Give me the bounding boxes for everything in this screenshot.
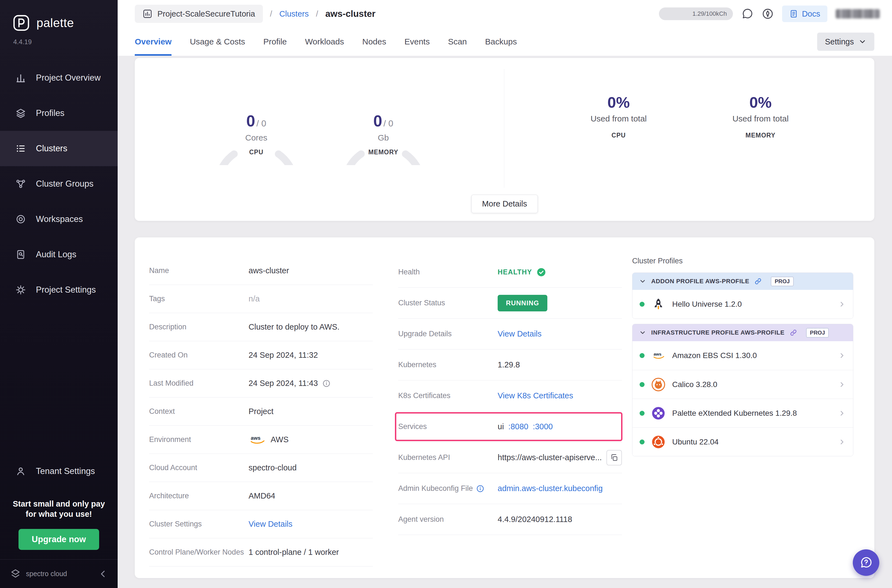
usage-quota-pill: 1.29/100kCh [659,8,733,20]
breadcrumb-separator: / [316,9,318,18]
detail-row-cloud-account: Cloud Account spectro-cloud [149,454,373,482]
chevron-right-icon [838,410,846,417]
detail-row-cluster-status: Cluster Status RUNNING [398,288,622,319]
settings-dropdown-button[interactable]: Settings [817,33,874,51]
sidebar-item-project-overview[interactable]: Project Overview [0,60,118,96]
sidebar-item-label: Workspaces [36,214,83,224]
status-dot [640,353,644,358]
upgrade-view-details-link[interactable]: View Details [498,329,542,339]
profile-item-palette-extended-kubernetes[interactable]: Palette eXtended Kubernetes 1.29.8 [632,399,853,428]
cpu-gauge: 0 / 0 Cores CPU [213,80,299,165]
breadcrumb-separator: / [270,9,272,18]
chat-icon[interactable] [741,8,753,20]
top-header: Project-ScaleSecureTutoria / Clusters / … [118,0,892,28]
help-chat-fab[interactable] [853,549,879,576]
sidebar-item-project-settings[interactable]: Project Settings [0,272,118,308]
copy-icon [610,453,618,462]
detail-row-description: Description Cluster to deploy to AWS. [149,313,373,341]
user-account-name-redacted[interactable] [836,9,880,18]
spectro-cloud-logo-icon [10,568,21,579]
sidebar-item-audit-logs[interactable]: Audit Logs [0,237,118,272]
tab-scan[interactable]: Scan [448,28,467,56]
detail-row-environment: Environment aws AWS [149,426,373,454]
info-icon[interactable] [322,379,330,388]
tab-overview[interactable]: Overview [135,28,171,56]
cluster-settings-view-details-link[interactable]: View Details [249,519,293,529]
detail-row-kubeconfig: Admin Kubeconfig File admin.aws-cluster.… [398,473,622,504]
detail-row-kubernetes-api: Kubernetes API https://aws-cluster-apise… [398,442,622,473]
detail-row-last-modified: Last Modified 24 Sep 2024, 11:43 [149,369,373,398]
cpu-gauge-unit: Cores [213,133,299,142]
cluster-groups-icon [15,178,26,189]
more-details-button[interactable]: More Details [472,195,538,213]
cpu-gauge-label: CPU [213,148,299,156]
info-icon[interactable] [476,484,484,493]
detail-row-nodes: Control Plane/Worker Nodes 1 control-pla… [149,538,373,567]
tab-backups[interactable]: Backups [485,28,517,56]
sidebar-item-cluster-groups[interactable]: Cluster Groups [0,166,118,201]
chevron-down-icon [858,38,866,46]
project-scope-badge: PROJ [806,328,829,338]
docs-label: Docs [802,9,820,18]
tenant-settings-icon [15,466,26,477]
brand-name: palette [36,16,74,30]
docs-button[interactable]: Docs [782,6,827,22]
sidebar-item-label: Cluster Groups [36,179,93,189]
tabs-row: Overview Usage & Costs Profile Workloads… [118,28,892,56]
link-icon[interactable] [790,329,797,336]
memory-gauge: 0 / 0 Gb MEMORY [341,80,426,165]
memory-gauge-label: MEMORY [341,148,426,156]
tab-workloads[interactable]: Workloads [305,28,344,56]
palette-logo-icon [12,14,30,32]
project-selector[interactable]: Project-ScaleSecureTutoria [135,5,263,23]
calico-icon [651,377,665,392]
addon-profile-group-header[interactable]: ADDON PROFILE AWS-PROFILE PROJ [632,273,853,290]
copy-api-url-button[interactable] [607,450,622,465]
memory-usage-label: MEMORY [732,132,788,139]
sidebar-item-workspaces[interactable]: Workspaces [0,201,118,237]
memory-usage-caption: Used from total [732,114,788,123]
breadcrumb-current-cluster: aws-cluster [325,9,375,19]
profile-item-hello-universe[interactable]: Hello Universe 1.2.0 [632,290,853,319]
footer-brand-label: spectro cloud [26,570,67,578]
tabs: Overview Usage & Costs Profile Workloads… [135,28,517,56]
memory-usage-stat: 0% Used from total MEMORY [732,93,788,221]
status-dot [640,382,644,387]
service-port-8080-link[interactable]: :8080 [508,422,529,431]
detail-row-cluster-settings: Cluster Settings View Details [149,510,373,538]
workspaces-icon [15,214,26,224]
profile-item-amazon-ebs-csi[interactable]: aws Amazon EBS CSI 1.30.0 [632,341,853,370]
sidebar-item-clusters[interactable]: Clusters [0,131,118,166]
view-k8s-certificates-link[interactable]: View K8s Certificates [498,391,573,400]
cluster-profiles-title: Cluster Profiles [632,257,853,265]
running-status-badge: RUNNING [498,295,547,311]
project-scope-badge: PROJ [771,277,793,286]
chevron-down-icon [639,329,646,336]
infrastructure-profile-group-header[interactable]: INFRASTRUCTURE PROFILE AWS-PROFILE PROJ [632,324,853,341]
detail-row-context: Context Project [149,398,373,426]
tab-nodes[interactable]: Nodes [362,28,386,56]
gauges-zone: 0 / 0 Cores CPU 0 / 0 [135,58,505,221]
tab-usage-costs[interactable]: Usage & Costs [190,28,245,56]
profile-item-ubuntu[interactable]: Ubuntu 22.04 [632,428,853,456]
cpu-usage-percent: 0% [590,93,646,111]
sidebar-item-tenant-settings[interactable]: Tenant Settings [0,453,118,489]
tab-events[interactable]: Events [404,28,430,56]
link-icon[interactable] [754,278,762,285]
detail-row-k8s-certificates: K8s Certificates View K8s Certificates [398,380,622,411]
service-port-3000-link[interactable]: :3000 [533,422,553,431]
tab-profile[interactable]: Profile [263,28,287,56]
breadcrumb-clusters-link[interactable]: Clusters [279,9,309,18]
status-dot [640,302,644,307]
kubeconfig-download-link[interactable]: admin.aws-cluster.kubeconfig [498,484,602,493]
collapse-sidebar-icon[interactable] [98,569,108,579]
memory-usage-percent: 0% [732,93,788,111]
profile-item-calico[interactable]: Calico 3.28.0 [632,370,853,399]
svg-text:aws: aws [251,435,260,441]
kubernetes-api-url: https://aws-cluster-apiserve... [498,453,602,462]
help-icon[interactable] [762,8,774,20]
upgrade-now-button[interactable]: Upgrade now [18,529,99,550]
sidebar-item-profiles[interactable]: Profiles [0,96,118,131]
addon-profile-group: ADDON PROFILE AWS-PROFILE PROJ [632,273,853,319]
main-area: Project-ScaleSecureTutoria / Clusters / … [118,0,892,588]
